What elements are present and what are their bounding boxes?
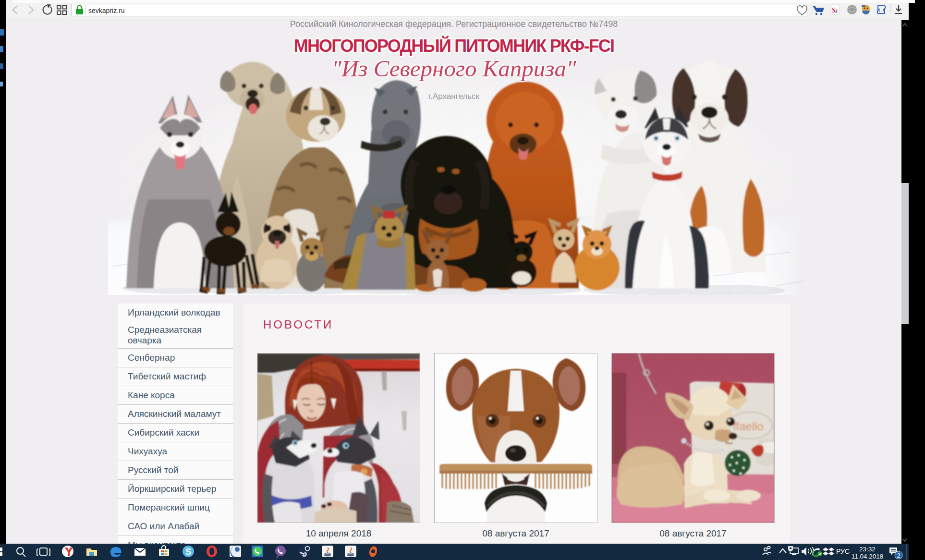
svg-text:23:32: 23:32 [859, 546, 876, 553]
svg-text:11.04.2018: 11.04.2018 [852, 553, 884, 560]
svg-text:ε: ε [835, 7, 838, 14]
svg-text:S: S [185, 547, 191, 557]
svg-text:РУС: РУС [836, 548, 850, 555]
svg-text:ffaello: ffaello [733, 420, 764, 433]
svg-text:2: 2 [897, 552, 900, 559]
